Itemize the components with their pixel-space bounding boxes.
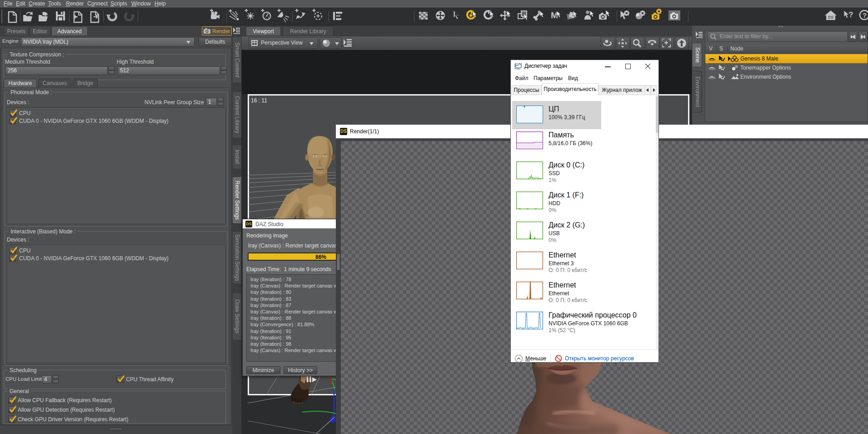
svg-text:?: ?: [863, 11, 867, 19]
svg-text:DS: DS: [828, 15, 834, 20]
svg-text:?: ?: [848, 10, 853, 19]
